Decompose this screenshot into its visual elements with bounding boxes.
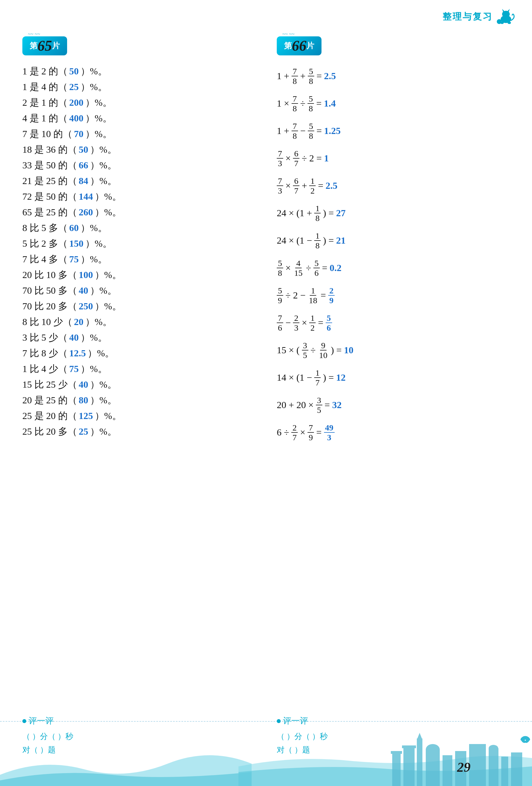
problem-65-22: 20 是 25 的（80）%。 bbox=[22, 395, 249, 405]
expr-66-13: 20 + 20 × 35 = 32 bbox=[277, 395, 515, 415]
svg-point-6 bbox=[497, 19, 502, 24]
problem-65-15: 70 比 50 多（40）%。 bbox=[22, 286, 249, 295]
badge-prefix-2: 第 bbox=[284, 41, 292, 51]
right-section: ~~ ~~ 第 66 片 1 + 78 + 58 = 2.5 1 × 78 ÷ … bbox=[260, 37, 515, 450]
svg-point-19 bbox=[489, 745, 498, 752]
svg-rect-11 bbox=[417, 738, 422, 786]
wave-left bbox=[0, 741, 251, 786]
card65-badge: ~~ ~~ 第 65 片 bbox=[22, 37, 67, 55]
badge-suffix: 片 bbox=[52, 41, 60, 51]
problem-65-18: 3 比 5 少（40）%。 bbox=[22, 333, 249, 342]
svg-rect-17 bbox=[469, 744, 486, 786]
expr-66-9: 59 ÷ 2 − 118 = 29 bbox=[277, 286, 515, 305]
svg-rect-9 bbox=[404, 747, 415, 786]
expr-66-3: 1 + 78 − 58 = 1.25 bbox=[277, 121, 515, 140]
expr-66-14: 6 ÷ 27 × 79 = 493 bbox=[277, 423, 515, 442]
card66-badge: ~~ ~~ 第 66 片 bbox=[277, 37, 321, 55]
problem-list-65: 1 是 2 的（50）%。 1 是 4 的（25）%。 2 是 1 的（200）… bbox=[22, 67, 249, 436]
svg-rect-15 bbox=[442, 755, 452, 786]
header-title: 整理与复习 bbox=[442, 10, 493, 23]
eval-title-right: 评一评 bbox=[277, 715, 510, 727]
eval-dot-left bbox=[22, 719, 26, 723]
problem-65-24: 25 比 20 多（25）%。 bbox=[22, 427, 249, 436]
expr-66-4: 73 × 67 ÷ 2 = 1 bbox=[277, 149, 515, 168]
expr-66-11: 15 × ( 35 ÷ 910 ) = 10 bbox=[277, 341, 515, 360]
problem-65-11: 8 比 5 多（60）%。 bbox=[22, 223, 249, 233]
main-content: ~~ ~~ 第 65 片 1 是 2 的（50）%。 1 是 4 的（25）%。… bbox=[0, 0, 532, 450]
svg-rect-10 bbox=[402, 745, 416, 748]
cat-icon bbox=[495, 8, 515, 25]
problem-65-4: 4 是 1 的（400）%。 bbox=[22, 114, 249, 123]
badge-suffix-2: 片 bbox=[307, 41, 314, 51]
problem-65-21: 15 比 25 少（40）%。 bbox=[22, 380, 249, 389]
problem-65-8: 21 是 25 的（84）%。 bbox=[22, 176, 249, 186]
svg-point-1 bbox=[502, 11, 510, 18]
problem-65-6: 18 是 36 的（50）%。 bbox=[22, 145, 249, 155]
svg-marker-2 bbox=[502, 9, 505, 12]
svg-rect-21 bbox=[511, 753, 522, 786]
problem-65-3: 2 是 1 的（200）%。 bbox=[22, 98, 249, 108]
svg-rect-8 bbox=[391, 751, 402, 754]
svg-rect-18 bbox=[489, 748, 499, 786]
page-number: 29 bbox=[457, 759, 470, 775]
svg-rect-7 bbox=[392, 753, 401, 786]
problem-65-12: 5 比 2 多（150）%。 bbox=[22, 239, 249, 248]
eval-label-right: 评一评 bbox=[283, 715, 308, 727]
page-header: 整理与复习 bbox=[442, 8, 515, 25]
problem-65-16: 70 比 20 多（250）%。 bbox=[22, 302, 249, 311]
svg-marker-3 bbox=[507, 9, 510, 12]
problem-65-14: 20 比 10 多（100）%。 bbox=[22, 270, 249, 280]
expr-66-1: 1 + 78 + 58 = 2.5 bbox=[277, 67, 515, 86]
problem-65-20: 1 比 4 少（75）%。 bbox=[22, 364, 249, 374]
problem-65-9: 72 是 50 的（144）%。 bbox=[22, 192, 249, 201]
expr-66-10: 76 − 23 × 12 = 56 bbox=[277, 313, 515, 332]
problem-65-13: 7 比 4 多（75）%。 bbox=[22, 255, 249, 264]
bottom-decoration: 29 bbox=[0, 730, 532, 786]
birds-decoration-2: ~~ ~~ bbox=[282, 31, 294, 37]
expr-66-12: 14 × (1 − 17 ) = 12 bbox=[277, 368, 515, 387]
eval-title-left: 评一评 bbox=[22, 715, 260, 727]
problem-65-1: 1 是 2 的（50）%。 bbox=[22, 67, 249, 76]
expr-66-5: 73 × 67 + 12 = 2.5 bbox=[277, 176, 515, 195]
svg-point-5 bbox=[508, 22, 511, 24]
expr-66-2: 1 × 78 ÷ 58 = 1.4 bbox=[277, 94, 515, 113]
expr-66-6: 24 × (1 + 18 ) = 27 bbox=[277, 204, 515, 223]
problem-65-23: 25 是 20 的（125）%。 bbox=[22, 411, 249, 421]
expr-66-7: 24 × (1 − 18 ) = 21 bbox=[277, 231, 515, 250]
left-section: ~~ ~~ 第 65 片 1 是 2 的（50）%。 1 是 4 的（25）%。… bbox=[22, 37, 260, 450]
expr-66-8: 58 × 415 ÷ 56 = 0.2 bbox=[277, 258, 515, 277]
problem-65-2: 1 是 4 的（25）%。 bbox=[22, 82, 249, 92]
badge-number-2: 66 bbox=[292, 39, 307, 53]
badge-number: 65 bbox=[38, 39, 52, 53]
problem-65-17: 8 比 10 少（20）%。 bbox=[22, 317, 249, 327]
svg-rect-20 bbox=[501, 757, 508, 786]
problem-65-19: 7 比 8 少（12.5）%。 bbox=[22, 348, 249, 358]
birds-decoration: ~~ ~~ bbox=[28, 31, 40, 37]
svg-point-14 bbox=[426, 744, 440, 755]
problem-65-10: 65 是 25 的（260）%。 bbox=[22, 208, 249, 217]
svg-marker-12 bbox=[417, 733, 422, 740]
eval-dot-right bbox=[277, 719, 281, 723]
eval-label-left: 评一评 bbox=[28, 715, 54, 727]
city-skyline bbox=[239, 730, 532, 786]
problem-65-5: 7 是 10 的（70）%。 bbox=[22, 129, 249, 139]
badge-prefix: 第 bbox=[30, 41, 38, 51]
problem-65-7: 33 是 50 的（66）%。 bbox=[22, 161, 249, 170]
